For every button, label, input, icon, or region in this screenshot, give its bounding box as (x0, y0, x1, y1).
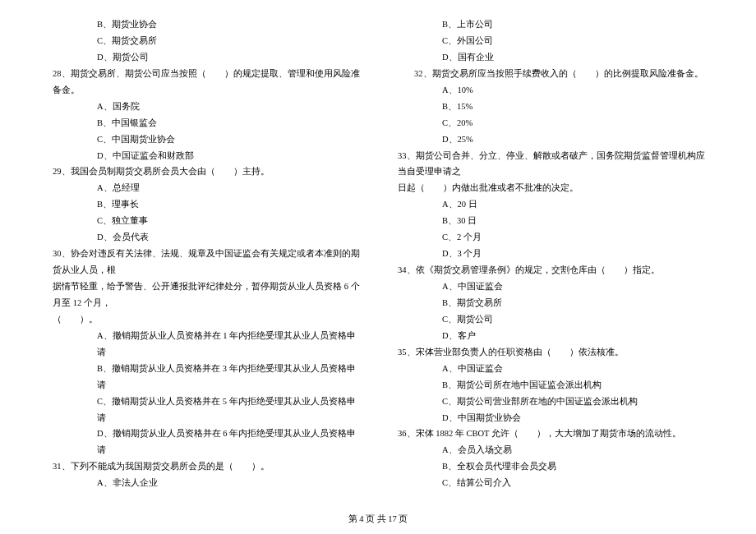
q30-option-c: C、撤销期货从业人员资格并在 5 年内拒绝受理其从业人员资格申请 (53, 394, 362, 426)
q33-option-b: B、30 日 (398, 213, 707, 229)
q32-option-c: C、20% (398, 115, 707, 131)
q35-option-a: A、中国证监会 (398, 361, 707, 377)
q35-option-b: B、期货公司所在地中国证监会派出机构 (398, 377, 707, 394)
q31-stem: 31、下列不能成为我国期货交易所会员的是（ ）。 (53, 458, 362, 475)
q30-stem-line3: （ ）。 (53, 311, 362, 328)
q33-stem-line2: 日起（ ）内做出批准或者不批准的决定。 (398, 180, 707, 196)
q27-option-d: D、期货公司 (53, 49, 362, 66)
q32-stem: 32、期货交易所应当按照手续费收入的（ ）的比例提取风险准备金。 (398, 66, 707, 82)
q36-option-c: C、结算公司介入 (398, 475, 707, 491)
q34-stem: 34、依《期货交易管理条例》的规定，交割仓库由（ ）指定。 (398, 262, 707, 279)
q37-stem: 37、首席风险官的工作底稿和工作记录应当至少保存（ ）。 (743, 33, 756, 49)
q27-option-b: B、期货业协会 (53, 16, 362, 33)
q35-option-c: C、期货公司营业部所在地的中国证监会派出机构 (398, 394, 707, 410)
q29-stem: 29、我国会员制期货交易所会员大会由（ ）主持。 (53, 163, 362, 180)
q34-option-a: A、中国证监会 (398, 279, 707, 295)
q33-option-a: A、20 日 (398, 196, 707, 213)
q28-option-d: D、中国证监会和财政部 (53, 148, 362, 164)
q36-option-d: D、以对冲合约的方式了结持仓 (743, 16, 756, 33)
q32-option-b: B、15% (398, 99, 707, 115)
q33-stem-line1: 33、期货公司合并、分立、停业、解散或者破产，国务院期货监督管理机构应当自受理申… (398, 148, 707, 181)
q31-option-d: D、国有企业 (398, 49, 707, 66)
page-footer: 第 4 页 共 17 页 (0, 511, 756, 527)
q28-option-a: A、国务院 (53, 99, 362, 115)
q28-option-b: B、中国银监会 (53, 115, 362, 131)
q34-option-b: B、期货交易所 (398, 295, 707, 311)
two-column-body: B、期货业协会 C、期货交易所 D、期货公司 28、期货交易所、期货公司应当按照… (53, 16, 707, 493)
q30-option-a: A、撤销期货从业人员资格并在 1 年内拒绝受理其从业人员资格申请 (53, 328, 362, 361)
q30-option-d: D、撤销期货从业人员资格并在 6 年内拒绝受理其从业人员资格申请 (53, 426, 362, 458)
q30-stem-line2: 据情节轻重，给予警告、公开通报批评纪律处分，暂停期货从业人员资格 6 个月至 1… (53, 279, 362, 311)
q29-option-d: D、会员代表 (53, 229, 362, 246)
q34-option-d: D、客户 (398, 328, 707, 344)
q30-stem-line1: 30、协会对违反有关法律、法规、规章及中国证监会有关规定或者本准则的期货从业人员… (53, 246, 362, 279)
q31-option-b: B、上市公司 (398, 16, 707, 33)
q35-stem: 35、宋体营业部负责人的任职资格由（ ）依法核准。 (398, 344, 707, 361)
q33-option-d: D、3 个月 (398, 246, 707, 262)
q36-stem: 36、宋体 1882 年 CBOT 允许（ ），大大增加了期货市场的流动性。 (398, 426, 707, 442)
q36-option-a: A、会员入场交易 (398, 442, 707, 458)
q27-option-c: C、期货交易所 (53, 33, 362, 49)
q33-option-c: C、2 个月 (398, 229, 707, 246)
q35-option-d: D、中国期货业协会 (398, 410, 707, 426)
q31-option-c: C、外国公司 (398, 33, 707, 49)
q32-option-a: A、10% (398, 82, 707, 99)
q36-option-b: B、全权会员代理非会员交易 (398, 458, 707, 475)
q29-option-b: B、理事长 (53, 196, 362, 213)
q28-stem: 28、期货交易所、期货公司应当按照（ ）的规定提取、管理和使用风险准备金。 (53, 66, 362, 99)
q29-option-c: C、独立董事 (53, 213, 362, 229)
q31-option-a: A、非法人企业 (53, 475, 362, 491)
q28-option-c: C、中国期货业协会 (53, 131, 362, 148)
q30-option-b: B、撤销期货从业人员资格并在 3 年内拒绝受理其从业人员资格申请 (53, 361, 362, 394)
q29-option-a: A、总经理 (53, 180, 362, 196)
q32-option-d: D、25% (398, 131, 707, 148)
q34-option-c: C、期货公司 (398, 311, 707, 328)
